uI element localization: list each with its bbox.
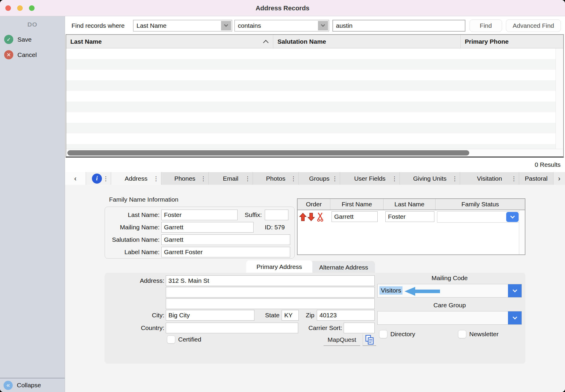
field-dropdown-button[interactable]: [221, 21, 231, 30]
column-header-last-name: Last Name: [383, 199, 435, 210]
label-name-label: Label Name:: [89, 247, 160, 257]
collapse-label: Collapse: [17, 382, 41, 389]
zip-input[interactable]: [317, 310, 375, 321]
mapquest-button[interactable]: MapQuest: [324, 334, 360, 346]
chevron-down-icon: [512, 288, 517, 292]
city-input[interactable]: [166, 310, 254, 321]
search-field-select[interactable]: Last Name: [133, 20, 232, 32]
collapse-chevrons-icon: «: [4, 381, 13, 390]
record-tabs: ‹ i ⋮ Address⋮ Phones⋮ Email⋮ Photos⋮ Gr…: [65, 172, 565, 185]
tab-phones[interactable]: Phones⋮: [161, 172, 208, 185]
find-records-where-label: Find records where: [72, 20, 125, 32]
family-status-dropdown-button[interactable]: [506, 212, 519, 222]
tab-groups[interactable]: Groups⋮: [298, 172, 340, 185]
tab-drag-dots-icon: ⋮: [153, 175, 159, 182]
tab-drag-dots-icon: ⋮: [103, 175, 109, 182]
annotation-arrow-left-icon: [404, 286, 441, 296]
address-label: Address:: [103, 275, 164, 286]
move-up-icon[interactable]: [299, 212, 307, 222]
tab-alternate-address[interactable]: Alternate Address: [312, 261, 375, 274]
tabs-scroll-left-button[interactable]: ‹: [65, 172, 86, 185]
city-label: City:: [124, 310, 164, 321]
care-group-select[interactable]: [377, 311, 522, 325]
results-table-body: [66, 48, 563, 149]
record-id: ID: 579: [265, 222, 285, 233]
copy-documents-icon: [365, 334, 374, 345]
remove-member-scissors-icon[interactable]: [317, 212, 324, 222]
find-button[interactable]: Find: [470, 19, 502, 32]
search-field-value: Last Name: [137, 20, 167, 31]
members-scrollbar-track[interactable]: [519, 210, 525, 254]
tab-address[interactable]: Address⋮: [111, 172, 161, 185]
column-header-first-name: First Name: [330, 199, 383, 210]
address-line3-input[interactable]: [166, 298, 375, 309]
salutation-name-input[interactable]: [161, 234, 290, 245]
sidebar-heading: DO: [0, 21, 65, 28]
tab-email[interactable]: Email⋮: [208, 172, 253, 185]
results-table-header: Last Name Salutation Name Primary Phone: [66, 35, 563, 48]
carrier-sort-input[interactable]: [344, 323, 375, 333]
operator-dropdown-button[interactable]: [318, 21, 328, 30]
country-input[interactable]: [166, 323, 298, 333]
tab-drag-dots-icon: ⋮: [245, 175, 251, 182]
move-down-icon[interactable]: [307, 212, 315, 222]
suffix-input[interactable]: [265, 210, 288, 220]
certified-checkbox[interactable]: [167, 335, 175, 344]
certified-label: Certified: [178, 335, 201, 344]
tab-drag-dots-icon: ⋮: [392, 175, 397, 182]
column-header-salutation-name[interactable]: Salutation Name: [273, 35, 460, 48]
directory-checkbox[interactable]: [379, 330, 387, 338]
copy-address-button[interactable]: [363, 334, 376, 346]
member-last-name-input[interactable]: [385, 211, 434, 222]
care-group-label: Care Group: [377, 302, 522, 309]
horizontal-scrollbar-track[interactable]: [66, 149, 563, 156]
horizontal-scrollbar-thumb[interactable]: [67, 150, 469, 156]
address-line1-input[interactable]: [166, 275, 375, 286]
search-query-input[interactable]: [332, 20, 465, 32]
tab-info[interactable]: i ⋮: [86, 172, 111, 185]
column-header-primary-phone[interactable]: Primary Phone: [460, 35, 563, 48]
newsletter-checkbox[interactable]: [458, 330, 466, 338]
care-group-value: [379, 313, 382, 315]
cancel-button[interactable]: ✕ Cancel: [4, 50, 37, 59]
address-line2-input[interactable]: [166, 287, 375, 298]
mailing-code-select[interactable]: Visitors: [377, 284, 522, 298]
member-first-name-input[interactable]: [332, 211, 378, 222]
tab-visitation[interactable]: Visitation⋮: [460, 172, 519, 185]
window-title: Address Records: [0, 0, 565, 16]
mailing-code-value: Visitors: [379, 286, 402, 295]
info-icon: i: [92, 174, 102, 184]
zip-label: Zip: [303, 310, 314, 321]
tabs-scroll-right-button[interactable]: ›: [553, 172, 565, 185]
address-records-window: Address Records DO ✓ Save ✕ Cancel « Col…: [0, 0, 565, 392]
care-group-dropdown-button[interactable]: [508, 311, 522, 324]
tab-primary-address[interactable]: Primary Address: [246, 260, 312, 273]
column-header-family-status: Family Status: [435, 199, 525, 210]
state-input[interactable]: [282, 310, 299, 321]
sort-ascending-icon: [263, 40, 268, 45]
advanced-find-button[interactable]: Advanced Find: [506, 19, 561, 32]
chevron-down-icon: [321, 23, 325, 27]
vertical-scrollbar-track[interactable]: [556, 48, 563, 149]
last-name-input[interactable]: [161, 210, 238, 220]
sidebar: DO ✓ Save ✕ Cancel « Collapse: [0, 16, 65, 392]
salutation-name-label: Salutation Name:: [89, 234, 160, 245]
tab-pastoral[interactable]: Pastoral: [519, 172, 553, 185]
tab-user-fields[interactable]: User Fields⋮: [340, 172, 400, 185]
label-name-input[interactable]: [161, 247, 290, 257]
tab-photos[interactable]: Photos⋮: [253, 172, 298, 185]
tab-giving-units[interactable]: Giving Units⋮: [400, 172, 460, 185]
order-controls: [299, 212, 324, 222]
tab-drag-dots-icon: ⋮: [200, 175, 206, 182]
save-button[interactable]: ✓ Save: [4, 35, 32, 44]
members-table-header: Order First Name Last Name Family Status: [298, 199, 525, 210]
search-operator-select[interactable]: contains: [234, 20, 329, 32]
column-header-last-name[interactable]: Last Name: [66, 35, 273, 48]
mailing-code-dropdown-button[interactable]: [508, 284, 522, 297]
title-bar: Address Records: [0, 0, 565, 16]
collapse-button[interactable]: « Collapse: [0, 378, 65, 392]
mailing-name-input[interactable]: [161, 222, 254, 233]
family-status-select[interactable]: [437, 211, 519, 223]
member-row: [298, 210, 525, 224]
save-label: Save: [17, 36, 32, 43]
